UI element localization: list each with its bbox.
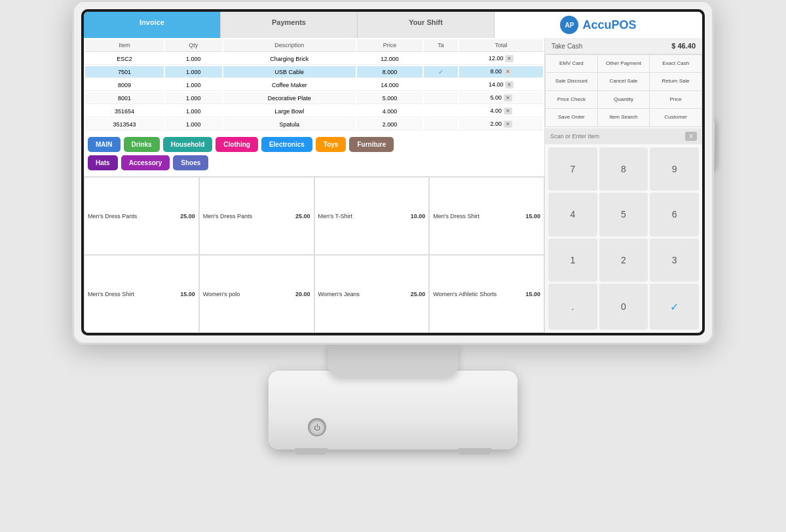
func-btn-return-sale[interactable]: Return Sale <box>650 73 702 90</box>
func-btn-cancel-sale[interactable]: Cancel Sale <box>598 73 650 90</box>
func-btn-customer[interactable]: Customer <box>650 109 702 126</box>
drawer-feet <box>295 448 491 455</box>
func-btn-emv-card[interactable]: EMV Card <box>546 55 597 72</box>
cell-qty: 1.000 <box>165 92 222 104</box>
cell-tax <box>424 119 458 130</box>
delete-row-button[interactable]: ✕ <box>504 121 512 128</box>
tab-your-shift[interactable]: Your Shift <box>358 12 495 38</box>
category-btn-household[interactable]: Household <box>163 137 213 152</box>
func-btn-item-search[interactable]: Item Search <box>598 109 650 126</box>
cell-desc: Large Bowl <box>223 105 356 117</box>
pos-container: Invoice Payments Your Shift AP AccuPOS <box>0 0 786 532</box>
numpad-key-1[interactable]: 1 <box>548 238 597 282</box>
monitor: Invoice Payments Your Shift AP AccuPOS <box>72 0 714 345</box>
func-btn-exact-cash[interactable]: Exact Cash <box>650 55 702 72</box>
cell-total: 2.00 ✕ <box>459 119 543 130</box>
list-item[interactable]: Men's Dress Shirt 15.00 <box>84 255 199 333</box>
function-buttons: EMV CardOther PaymentExact CashSale Disc… <box>545 54 702 127</box>
right-panel: Take Cash $ 46.40 EMV CardOther PaymentE… <box>545 38 702 333</box>
list-item[interactable]: Men's Dress Pants 25.00 <box>199 177 314 255</box>
col-total: Total <box>459 39 543 52</box>
product-price: 15.00 <box>525 213 540 219</box>
clear-input-button[interactable]: X <box>685 132 697 141</box>
category-btn-drinks[interactable]: Drinks <box>124 137 160 152</box>
cell-price: 2.000 <box>357 119 422 130</box>
cell-tax <box>424 79 458 91</box>
delete-row-button[interactable]: ✕ <box>504 68 512 75</box>
numpad-key-0[interactable]: 0 <box>599 284 648 330</box>
product-price: 10.00 <box>411 213 426 219</box>
list-item[interactable]: Men's Dress Shirt 15.00 <box>429 177 544 255</box>
func-btn-save-order[interactable]: Save Order <box>546 109 597 126</box>
product-price: 25.00 <box>180 213 195 219</box>
category-btn-electronics[interactable]: Electronics <box>261 137 312 152</box>
table-row[interactable]: 3513543 1.000 Spatula 2.000 2.00 ✕ <box>85 119 543 130</box>
category-btn-shoes[interactable]: Shoes <box>173 155 208 170</box>
foot-left <box>295 448 328 455</box>
category-btn-accessory[interactable]: Accessory <box>121 155 170 170</box>
product-price: 20.00 <box>295 291 310 297</box>
cell-item: 7501 <box>85 66 164 78</box>
category-section: MAINDrinksHouseholdClothingElectronicsTo… <box>84 132 544 176</box>
func-btn-price-check[interactable]: Price Check <box>546 91 597 108</box>
list-item[interactable]: Men's T-Shirt 10.00 <box>314 177 430 255</box>
product-name: Men's T-Shirt <box>318 213 353 219</box>
category-btn-toys[interactable]: Toys <box>316 137 346 152</box>
screen: Invoice Payments Your Shift AP AccuPOS <box>84 12 702 333</box>
cell-price: 14.000 <box>357 79 422 91</box>
cell-item: 3513543 <box>85 119 164 130</box>
numpad-key-decimal[interactable]: . <box>548 284 597 330</box>
numpad-key-2[interactable]: 2 <box>599 238 648 282</box>
table-row[interactable]: ESC2 1.000 Charging Brick 12.000 12.00 ✕ <box>85 53 543 65</box>
table-row[interactable]: 351654 1.000 Large Bowl 4.000 4.00 ✕ <box>85 105 543 117</box>
cell-qty: 1.000 <box>165 66 222 78</box>
category-btn-main[interactable]: MAIN <box>88 137 121 152</box>
table-row[interactable]: 8009 1.000 Coffee Maker 14.000 14.00 ✕ <box>85 79 543 91</box>
func-btn-quantity[interactable]: Quantity <box>598 91 650 108</box>
scan-bar: X <box>545 128 702 144</box>
func-btn-sale-discount[interactable]: Sale Discount <box>546 73 597 90</box>
delete-row-button[interactable]: ✕ <box>505 55 514 62</box>
category-btn-clothing[interactable]: Clothing <box>215 137 258 152</box>
product-price: 15.00 <box>525 291 540 297</box>
cell-qty: 1.000 <box>165 119 222 130</box>
power-button[interactable] <box>308 418 326 436</box>
cell-total: 8.00 ✕ <box>459 66 543 78</box>
tab-payments[interactable]: Payments <box>221 12 358 38</box>
numpad-key-7[interactable]: 7 <box>548 147 597 191</box>
delete-row-button[interactable]: ✕ <box>504 107 512 115</box>
table-row[interactable]: 7501 1.000 USB Cable 8.000 ✓ 8.00 ✕ <box>85 66 543 78</box>
col-tax: Ta <box>424 39 458 52</box>
category-btn-furniture[interactable]: Furniture <box>349 137 394 152</box>
numpad-key-6[interactable]: 6 <box>650 193 699 237</box>
numpad-key-9[interactable]: 9 <box>650 147 699 191</box>
cash-drawer <box>269 371 517 449</box>
numpad-key-4[interactable]: 4 <box>548 193 597 237</box>
cell-price: 8.000 <box>357 66 422 78</box>
numpad-key-8[interactable]: 8 <box>599 147 648 191</box>
func-btn-price[interactable]: Price <box>650 91 702 108</box>
list-item[interactable]: Women's polo 20.00 <box>199 255 314 333</box>
product-price: 25.00 <box>295 213 310 219</box>
cell-total: 4.00 ✕ <box>459 105 543 117</box>
delete-row-button[interactable]: ✕ <box>505 81 514 88</box>
numpad-key-5[interactable]: 5 <box>599 193 648 237</box>
scan-input[interactable] <box>550 133 685 140</box>
cell-price: 12.000 <box>357 53 422 65</box>
take-cash-bar: Take Cash $ 46.40 <box>545 38 702 54</box>
cell-total: 14.00 ✕ <box>459 79 543 91</box>
list-item[interactable]: Men's Dress Pants 25.00 <box>84 177 199 255</box>
col-qty: Qty <box>165 39 222 52</box>
func-btn-other-payment[interactable]: Other Payment <box>598 55 650 72</box>
delete-row-button[interactable]: ✕ <box>504 94 512 102</box>
category-btn-hats[interactable]: Hats <box>88 155 118 170</box>
table-row[interactable]: 8001 1.000 Decorative Plate 5.000 5.00 ✕ <box>85 92 543 104</box>
list-item[interactable]: Women's Athletic Shorts 15.00 <box>429 255 544 333</box>
numpad-key-enter[interactable]: ✓ <box>650 284 699 330</box>
category-row-1: MAINDrinksHouseholdClothingElectronicsTo… <box>88 137 540 152</box>
list-item[interactable]: Women's Jeans 25.00 <box>314 255 430 333</box>
numpad-key-3[interactable]: 3 <box>650 238 699 282</box>
cell-desc: USB Cable <box>223 66 356 78</box>
tabs-row: Invoice Payments Your Shift AP AccuPOS <box>84 12 702 38</box>
tab-invoice[interactable]: Invoice <box>84 12 221 38</box>
